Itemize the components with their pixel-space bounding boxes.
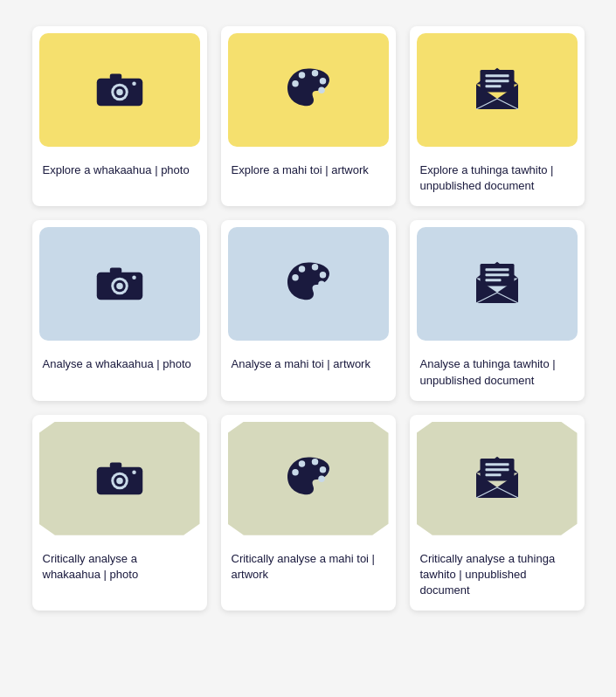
svg-rect-42 [109,462,121,468]
palette-icon [282,62,335,118]
svg-rect-51 [485,463,509,466]
envelope-icon [471,451,523,507]
svg-point-45 [298,460,305,467]
svg-point-48 [318,475,325,482]
svg-point-9 [319,78,326,85]
card-icon-area-critically-photo [39,422,200,535]
palette-icon [282,451,335,507]
card-label-analyse-artwork: Analyse a mahi toi | artwork [221,348,396,400]
palette-icon [282,256,335,312]
card-analyse-artwork[interactable]: Analyse a mahi toi | artwork [221,220,396,400]
camera-icon [93,62,146,118]
envelope-icon [471,256,523,312]
card-label-analyse-photo: Analyse a whakaahua | photo [32,348,207,400]
card-critically-document[interactable]: Critically analyse a tuhinga tawhito | u… [410,415,585,611]
card-critically-photo[interactable]: Critically analyse a whakaahua | photo [32,415,207,611]
svg-point-29 [318,281,325,288]
svg-point-28 [319,272,326,279]
card-icon-area-analyse-artwork [228,227,389,341]
card-icon-area-analyse-document [417,227,578,341]
card-label-critically-photo: Critically analyse a whakaahua | photo [32,542,207,611]
card-label-explore-document: Explore a tuhinga tawhito | unpublished … [410,154,585,206]
svg-point-3 [116,89,123,96]
svg-point-24 [132,276,136,280]
card-critically-artwork[interactable]: Critically analyse a mahi toi | artwork [221,415,396,611]
card-label-explore-photo: Explore a whakaahua | photo [32,154,207,206]
envelope-icon [471,62,523,118]
svg-point-5 [132,82,136,86]
card-icon-area-critically-document [417,422,578,535]
card-icon-area-explore-artwork [228,33,389,147]
card-analyse-document[interactable]: Analyse a tuhinga tawhito | unpublished … [410,220,585,400]
camera-icon [93,256,146,312]
svg-point-46 [311,459,318,466]
card-icon-area-analyse-photo [39,227,200,341]
svg-rect-34 [485,279,501,282]
card-explore-document[interactable]: Explore a tuhinga tawhito | unpublished … [410,26,585,206]
svg-rect-15 [485,85,501,87]
svg-rect-32 [485,269,509,272]
svg-point-26 [298,266,305,273]
svg-point-25 [292,274,299,281]
svg-point-47 [319,466,326,473]
svg-rect-52 [485,468,509,471]
svg-point-44 [292,469,299,476]
svg-point-41 [116,478,123,485]
card-label-critically-artwork: Critically analyse a mahi toi | artwork [221,542,396,611]
svg-rect-53 [485,473,501,476]
svg-point-10 [318,87,325,94]
svg-rect-14 [485,79,509,82]
svg-point-22 [116,283,123,290]
card-label-explore-artwork: Explore a mahi toi | artwork [221,154,396,206]
card-icon-area-explore-photo [39,33,200,147]
card-icon-area-critically-artwork [228,422,389,535]
card-label-critically-document: Critically analyse a tuhinga tawhito | u… [410,542,585,611]
svg-point-27 [311,264,318,271]
card-label-analyse-document: Analyse a tuhinga tawhito | unpublished … [410,348,585,400]
card-explore-photo[interactable]: Explore a whakaahua | photo [32,26,207,206]
svg-rect-4 [109,74,121,80]
card-explore-artwork[interactable]: Explore a mahi toi | artwork [221,26,396,206]
card-analyse-photo[interactable]: Analyse a whakaahua | photo [32,220,207,400]
svg-point-8 [311,70,318,77]
card-icon-area-explore-document [417,33,578,147]
svg-point-7 [298,72,305,79]
svg-point-6 [292,80,299,87]
card-grid: Explore a whakaahua | photo Explore a ma… [24,17,593,619]
camera-icon [93,451,146,507]
svg-rect-13 [485,74,509,77]
svg-rect-33 [485,274,509,277]
svg-point-43 [132,470,136,474]
svg-rect-23 [109,268,121,274]
